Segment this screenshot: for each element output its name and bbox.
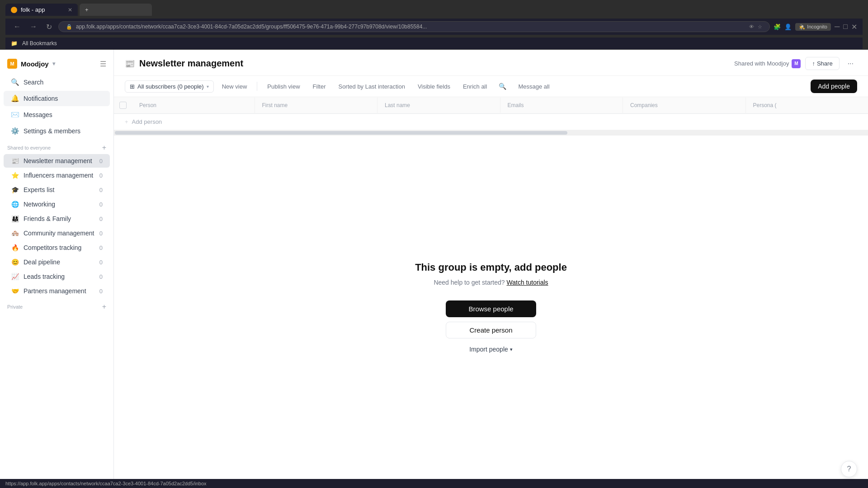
help-button[interactable]: ? bbox=[841, 461, 857, 477]
incognito-badge: 🕵️ Incognito bbox=[795, 23, 831, 31]
empty-state-subtitle: Need help to get started? Watch tutorial… bbox=[434, 279, 548, 286]
empty-state: This group is empty, add people Need hel… bbox=[114, 136, 868, 479]
group-community-count: 0 bbox=[99, 230, 103, 237]
org-name[interactable]: M Moodjoy ▾ bbox=[7, 59, 55, 69]
group-influencers-count: 0 bbox=[99, 172, 103, 179]
bookmarks-label[interactable]: All Bookmarks bbox=[19, 39, 60, 47]
bookmarks-folder-icon: 📁 bbox=[11, 40, 18, 47]
group-item-leads[interactable]: 📈 Leads tracking 0 bbox=[4, 270, 110, 283]
table-header: Person First name Last name Emails Compa… bbox=[114, 97, 868, 114]
sidebar-item-search[interactable]: 🔍 Search bbox=[4, 75, 110, 90]
share-icon: ↑ bbox=[812, 60, 815, 67]
close-button[interactable]: ✕ bbox=[851, 23, 857, 31]
tab-title: folk - app bbox=[21, 6, 45, 13]
group-item-influencers[interactable]: ⭐ Influencers management 0 bbox=[4, 169, 110, 182]
new-tab-button[interactable]: + bbox=[80, 4, 152, 16]
private-section-label: Private + bbox=[0, 298, 113, 313]
browser-chrome: folk - app ✕ + ← → ↻ 🔒 app.folk.app/apps… bbox=[0, 0, 868, 50]
sidebar-search-label: Search bbox=[24, 79, 43, 86]
group-community-label: Community management bbox=[24, 230, 94, 237]
group-item-networking[interactable]: 🌐 Networking 0 bbox=[4, 197, 110, 211]
sidebar-item-settings[interactable]: ⚙️ Settings & members bbox=[4, 123, 110, 139]
nav-actions: 🧩 👤 🕵️ Incognito ─ □ ✕ bbox=[774, 23, 857, 31]
status-url: https://app.folk.app/apps/contacts/netwo… bbox=[5, 481, 207, 486]
add-people-button[interactable]: Add people bbox=[811, 80, 857, 93]
active-tab[interactable]: folk - app ✕ bbox=[5, 4, 78, 16]
main-content: 📰 Newsletter management Shared with Mood… bbox=[114, 50, 868, 479]
notifications-icon: 🔔 bbox=[11, 94, 19, 103]
view-dropdown-icon: ▾ bbox=[207, 84, 209, 89]
browse-people-button[interactable]: Browse people bbox=[446, 300, 536, 317]
url-bar[interactable]: 🔒 app.folk.app/apps/contacts/network/cca… bbox=[58, 21, 770, 32]
watch-tutorials-link[interactable]: Watch tutorials bbox=[507, 279, 548, 286]
minimize-button[interactable]: ─ bbox=[835, 23, 840, 31]
forward-button[interactable]: → bbox=[27, 22, 40, 32]
sidebar-toggle-button[interactable]: ☰ bbox=[100, 60, 106, 68]
group-item-competitors[interactable]: 🔥 Competitors tracking 0 bbox=[4, 241, 110, 254]
table-header-checkbox[interactable] bbox=[114, 97, 132, 113]
group-partners-count: 0 bbox=[99, 288, 103, 295]
friends-icon: 👨‍👩‍👧 bbox=[11, 215, 19, 222]
group-item-newsletter[interactable]: 📰 Newsletter management 0 bbox=[4, 154, 110, 168]
publish-view-button[interactable]: Publish view bbox=[263, 81, 304, 92]
networking-icon: 🌐 bbox=[11, 201, 19, 208]
sort-button[interactable]: Sorted by Last interaction bbox=[334, 81, 409, 92]
import-people-button[interactable]: Import people ▾ bbox=[469, 346, 513, 353]
group-item-experts[interactable]: 🎓 Experts list 0 bbox=[4, 183, 110, 197]
private-add-button[interactable]: + bbox=[102, 303, 106, 311]
filter-button[interactable]: Filter bbox=[308, 81, 330, 92]
more-options-button[interactable]: ··· bbox=[844, 58, 857, 70]
tab-close-button[interactable]: ✕ bbox=[68, 7, 72, 13]
view-type-icon: ⊞ bbox=[130, 83, 135, 90]
sidebar-item-notifications[interactable]: 🔔 Notifications bbox=[4, 91, 110, 106]
group-item-community[interactable]: 🏘️ Community management 0 bbox=[4, 226, 110, 240]
toolbar-divider-1 bbox=[257, 82, 257, 91]
share-button[interactable]: ↑ Share bbox=[805, 57, 839, 70]
bookmarks-bar: 📁 All Bookmarks bbox=[5, 38, 863, 50]
influencers-icon: ⭐ bbox=[11, 172, 19, 179]
sidebar-item-messages[interactable]: ✉️ Messages bbox=[4, 107, 110, 122]
column-header-firstname: First name bbox=[255, 98, 378, 113]
shared-add-button[interactable]: + bbox=[102, 144, 106, 152]
status-bar: https://app.folk.app/apps/contacts/netwo… bbox=[0, 479, 868, 488]
select-all-checkbox[interactable] bbox=[119, 102, 127, 109]
scrollbar-thumb[interactable] bbox=[115, 131, 567, 135]
message-all-button[interactable]: Message all bbox=[514, 81, 554, 92]
extension-icon: 👁 bbox=[749, 24, 754, 29]
app-container: M Moodjoy ▾ ☰ 🔍 Search 🔔 Notifications ✉… bbox=[0, 50, 868, 479]
maximize-button[interactable]: □ bbox=[843, 23, 848, 31]
group-item-friends[interactable]: 👨‍👩‍👧 Friends & Family 0 bbox=[4, 212, 110, 225]
group-partners-label: Partners management bbox=[24, 287, 86, 295]
view-selector[interactable]: ⊞ All subscribers (0 people) ▾ bbox=[125, 80, 214, 93]
help-icon: ? bbox=[847, 465, 851, 473]
enrich-button[interactable]: Enrich all bbox=[458, 81, 491, 92]
group-newsletter-label: Newsletter management bbox=[24, 157, 92, 164]
page-title-icon: 📰 bbox=[125, 59, 135, 69]
column-header-persona: Persona ( bbox=[746, 98, 868, 113]
refresh-button[interactable]: ↻ bbox=[43, 22, 55, 32]
browser-nav: ← → ↻ 🔒 app.folk.app/apps/contacts/netwo… bbox=[5, 19, 863, 35]
column-header-companies: Companies bbox=[623, 98, 746, 113]
add-person-row[interactable]: + Add person bbox=[114, 114, 868, 130]
group-friends-label: Friends & Family bbox=[24, 215, 71, 222]
create-person-button[interactable]: Create person bbox=[446, 322, 536, 338]
community-icon: 🏘️ bbox=[11, 230, 19, 237]
leads-icon: 📈 bbox=[11, 273, 19, 280]
visible-fields-button[interactable]: Visible fields bbox=[413, 81, 455, 92]
horizontal-scrollbar[interactable] bbox=[114, 130, 868, 136]
new-tab-icon: + bbox=[85, 6, 89, 13]
group-influencers-label: Influencers management bbox=[24, 172, 93, 179]
shared-avatar: M bbox=[792, 59, 801, 68]
org-dropdown-icon: ▾ bbox=[52, 61, 55, 67]
browser-tabs: folk - app ✕ + bbox=[5, 4, 863, 16]
group-item-partners[interactable]: 🤝 Partners management 0 bbox=[4, 284, 110, 298]
back-button[interactable]: ← bbox=[11, 22, 24, 32]
group-deal-count: 0 bbox=[99, 259, 103, 266]
search-icon-toolbar[interactable]: 🔍 bbox=[495, 80, 510, 92]
group-newsletter-count: 0 bbox=[99, 158, 103, 164]
main-header: 📰 Newsletter management Shared with Mood… bbox=[114, 50, 868, 76]
new-view-button[interactable]: New view bbox=[217, 81, 252, 92]
group-item-deal[interactable]: 😊 Deal pipeline 0 bbox=[4, 255, 110, 269]
header-right-actions: Shared with Moodjoy M ↑ Share ··· bbox=[734, 57, 857, 70]
tab-favicon bbox=[11, 7, 17, 13]
